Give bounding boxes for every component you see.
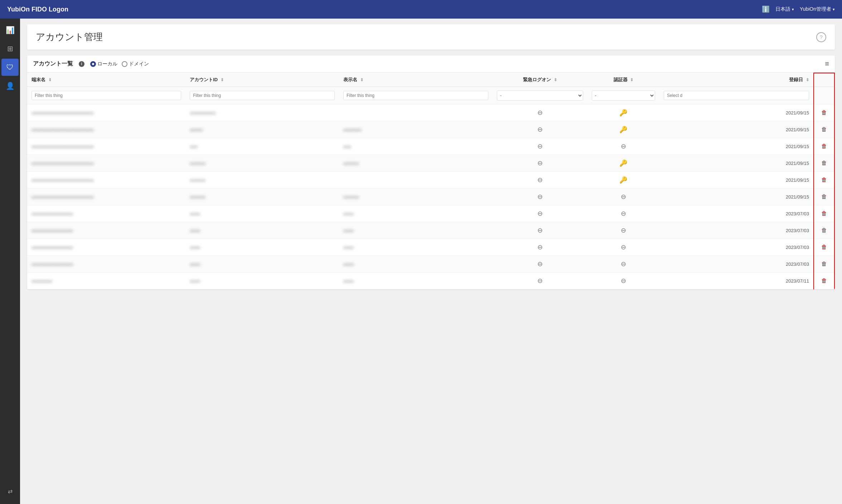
delete-button[interactable]: 🗑 [818, 192, 830, 201]
filter-cell-date [659, 87, 814, 104]
emergency-minus-icon: ⊖ [537, 176, 543, 184]
radio-local-dot[interactable] [90, 61, 96, 67]
cell-authenticator: ⊖ [587, 239, 659, 256]
section-title: アカウント一覧 [33, 60, 73, 68]
info-icon[interactable]: ℹ️ [762, 5, 770, 13]
cell-device: ●●●●●●●● [27, 273, 185, 289]
list-view-icon[interactable]: ≡ [825, 60, 829, 68]
delete-button[interactable]: 🗑 [818, 276, 830, 285]
table-row: ●●●●●●●●●●●●●●●●●●●●●●●●●●●●●●●●●●●●⊖⊖20… [27, 189, 834, 205]
cell-device: ●●●●●●●●●●●●●●●●●●●●●●●● [27, 189, 185, 205]
cell-device: ●●●●●●●●●●●●●●●● [27, 239, 185, 256]
sort-icon-account-id[interactable]: ⇕ [221, 78, 224, 82]
filter-input-date[interactable] [664, 91, 809, 100]
col-header-display-name: 表示名 ⇕ [339, 73, 493, 87]
cell-display-name: ●●●● [339, 256, 493, 273]
sort-icon-date[interactable]: ⇕ [806, 78, 809, 82]
delete-button[interactable]: 🗑 [818, 158, 830, 168]
radio-domain-label[interactable]: ドメイン [122, 61, 149, 67]
cell-device: ●●●●●●●●●●●●●●●● [27, 222, 185, 239]
table-row: ●●●●●●●●●●●●●●●●●●●●●●●●⊖⊖2023/07/03🗑 [27, 205, 834, 222]
cell-device: ●●●●●●●●●●●●●●●●●●●●●●●● [27, 104, 185, 121]
delete-button[interactable]: 🗑 [818, 142, 830, 151]
cell-delete: 🗑 [814, 256, 834, 273]
account-type-info-icon[interactable]: i [79, 61, 84, 67]
account-table: 端末名 ⇕ アカウントID ⇕ 表示名 ⇕ 緊急ログオン [27, 73, 835, 289]
radio-local-text: ローカル [97, 61, 117, 67]
col-header-account-id: アカウントID ⇕ [185, 73, 339, 87]
sidebar-item-arrows[interactable]: ⇄ [1, 483, 19, 500]
table-card: アカウント一覧 i ローカル ドメイン ≡ [27, 55, 835, 289]
authenticator-key-icon: 🔑 [619, 160, 627, 167]
filter-input-account-id[interactable] [190, 91, 335, 100]
cell-date: 2023/07/03 [659, 205, 814, 222]
cell-display-name: ●●● [339, 138, 493, 155]
cell-device: ●●●●●●●●●●●●●●●●●●●●●●●● [27, 121, 185, 138]
cell-device: ●●●●●●●●●●●●●●●●●●●●●●●● [27, 172, 185, 189]
sort-icon-authenticator[interactable]: ⇕ [630, 78, 633, 82]
sidebar-item-person[interactable]: 👤 [1, 77, 19, 94]
topbar: YubiOn FIDO Logon ℹ️ 日本語 YubiOn管理者 [0, 0, 842, 19]
cell-date: 2023/07/03 [659, 239, 814, 256]
cell-delete: 🗑 [814, 189, 834, 205]
authenticator-minus-icon: ⊖ [621, 260, 626, 268]
filter-cell-account-id [185, 87, 339, 104]
table-row: ●●●●●●●●●●●●●●●●●●●●●●●●⊖⊖2023/07/03🗑 [27, 256, 834, 273]
delete-button[interactable]: 🗑 [818, 226, 830, 235]
cell-account-id: ●●●● [185, 256, 339, 273]
cell-emergency: ⊖ [493, 205, 587, 222]
cell-authenticator: 🔑 [587, 104, 659, 121]
cell-display-name: ●●●● [339, 273, 493, 289]
user-menu[interactable]: YubiOn管理者 [800, 6, 835, 13]
table-row: ●●●●●●●●●●●●●●●●●●●●●●●●⊖⊖2023/07/03🗑 [27, 222, 834, 239]
cell-delete: 🗑 [814, 239, 834, 256]
filter-select-emergency[interactable]: - 有効 無効 [497, 90, 583, 101]
filter-cell-display-name [339, 87, 493, 104]
table-row: ●●●●●●●●●●●●●●●●⊖⊖2023/07/11🗑 [27, 273, 834, 289]
cell-emergency: ⊖ [493, 172, 587, 189]
emergency-minus-icon: ⊖ [537, 277, 543, 284]
filter-select-authenticator[interactable]: - 登録済 未登録 [592, 90, 655, 101]
emergency-minus-icon: ⊖ [537, 160, 543, 167]
col-header-delete [814, 73, 834, 87]
cell-display-name [339, 172, 493, 189]
sidebar-item-grid[interactable]: ⊞ [1, 40, 19, 57]
delete-button[interactable]: 🗑 [818, 209, 830, 218]
sort-icon-device[interactable]: ⇕ [48, 78, 52, 82]
cell-emergency: ⊖ [493, 155, 587, 172]
authenticator-key-icon: 🔑 [619, 126, 627, 133]
radio-domain-dot[interactable] [122, 61, 127, 67]
cell-account-id: ●●●● [185, 205, 339, 222]
delete-button[interactable]: 🗑 [818, 243, 830, 252]
cell-emergency: ⊖ [493, 104, 587, 121]
cell-device: ●●●●●●●●●●●●●●●● [27, 256, 185, 273]
sidebar-item-shield[interactable]: 🛡 [1, 59, 19, 76]
cell-authenticator: ⊖ [587, 189, 659, 205]
delete-button[interactable]: 🗑 [818, 108, 830, 117]
delete-button[interactable]: 🗑 [818, 125, 830, 134]
sort-icon-emergency[interactable]: ⇕ [554, 78, 557, 82]
radio-local-label[interactable]: ローカル [90, 61, 117, 67]
col-header-emergency: 緊急ログオン ⇕ [493, 73, 587, 87]
page-header: アカウント管理 ? [27, 24, 835, 50]
topbar-right: ℹ️ 日本語 YubiOn管理者 [762, 5, 835, 13]
cell-date: 2021/09/15 [659, 104, 814, 121]
cell-emergency: ⊖ [493, 256, 587, 273]
radio-domain-text: ドメイン [129, 61, 149, 67]
cell-display-name: ●●●● [339, 239, 493, 256]
emergency-minus-icon: ⊖ [537, 260, 543, 268]
sidebar-item-chart[interactable]: 📊 [1, 21, 19, 39]
authenticator-minus-icon: ⊖ [621, 210, 626, 217]
filter-input-device[interactable] [32, 91, 181, 100]
filter-input-display-name[interactable] [343, 91, 488, 100]
page-help-icon[interactable]: ? [816, 32, 826, 42]
delete-button[interactable]: 🗑 [818, 175, 830, 185]
cell-account-id: ●●●●●●●●●● [185, 104, 339, 121]
language-selector[interactable]: 日本語 [775, 6, 794, 13]
cell-display-name: ●●●●●● [339, 155, 493, 172]
sort-icon-display-name[interactable]: ⇕ [360, 78, 363, 82]
delete-button[interactable]: 🗑 [818, 259, 830, 269]
cell-account-id: ●●●●● [185, 121, 339, 138]
emergency-minus-icon: ⊖ [537, 210, 543, 217]
table-row: ●●●●●●●●●●●●●●●●●●●●●●●●●●●●●●⊖🔑2021/09/… [27, 172, 834, 189]
